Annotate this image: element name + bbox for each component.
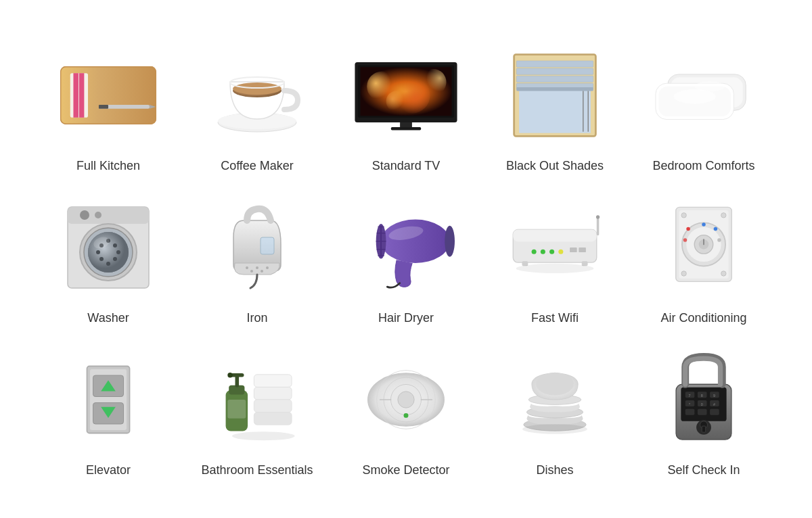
- elevator-icon-container: [54, 346, 162, 454]
- bathroom-essentials-icon: [210, 356, 304, 444]
- svg-point-55: [256, 266, 258, 269]
- svg-rect-148: [702, 426, 705, 432]
- svg-rect-78: [570, 248, 577, 252]
- elevator-icon: [78, 362, 139, 437]
- amenity-dishes: Dishes: [487, 346, 623, 477]
- svg-point-51: [113, 257, 117, 261]
- amenity-air-conditioning: Air Conditioning: [636, 193, 771, 325]
- svg-point-91: [683, 238, 687, 242]
- svg-rect-137: [685, 408, 695, 415]
- svg-point-60: [381, 219, 450, 263]
- svg-point-50: [99, 257, 104, 261]
- svg-point-35: [674, 89, 716, 103]
- amenity-hair-dryer: Hair Dryer: [338, 193, 474, 325]
- svg-point-57: [250, 270, 253, 273]
- coffee-maker-label: Coffee Maker: [221, 159, 294, 173]
- amenity-standard-tv: Standard TV: [338, 41, 474, 173]
- svg-point-40: [95, 212, 102, 218]
- svg-point-75: [541, 249, 545, 254]
- svg-point-77: [558, 249, 563, 254]
- dishes-icon: [514, 359, 595, 440]
- amenity-bedroom-comforts: Bedroom Comforts: [636, 41, 771, 173]
- hair-dryer-label: Hair Dryer: [378, 311, 434, 325]
- amenity-fast-wifi: Fast Wifi: [487, 193, 623, 325]
- full-kitchen-icon-container: [54, 41, 162, 149]
- hair-dryer-icon-container: [352, 193, 460, 302]
- svg-rect-139: [710, 408, 719, 415]
- coffee-maker-icon: [213, 51, 301, 139]
- svg-text:9: 9: [713, 394, 715, 398]
- svg-point-127: [536, 373, 573, 395]
- svg-rect-24: [516, 60, 593, 66]
- svg-rect-38: [68, 207, 149, 224]
- bedroom-comforts-label: Bedroom Comforts: [652, 159, 754, 173]
- svg-point-87: [702, 222, 706, 227]
- svg-point-98: [721, 270, 726, 275]
- svg-point-82: [516, 263, 594, 273]
- svg-rect-3: [73, 73, 78, 118]
- svg-point-56: [266, 266, 269, 269]
- bathroom-essentials-label: Bathroom Essentials: [201, 463, 313, 477]
- svg-rect-26: [516, 76, 593, 82]
- amenity-bathroom-essentials: Bathroom Essentials: [189, 346, 325, 477]
- svg-text:8: 8: [701, 394, 703, 398]
- svg-rect-108: [254, 412, 292, 425]
- svg-rect-114: [227, 400, 246, 419]
- standard-tv-icon-container: [352, 41, 460, 149]
- fast-wifi-icon-container: [501, 193, 609, 302]
- svg-rect-25: [516, 68, 593, 74]
- svg-rect-21: [391, 127, 421, 130]
- svg-point-48: [96, 250, 100, 254]
- svg-point-95: [681, 212, 686, 217]
- black-out-shades-label: Black Out Shades: [506, 159, 604, 173]
- amenity-black-out-shades: Black Out Shades: [487, 41, 623, 173]
- svg-point-115: [232, 431, 295, 440]
- svg-point-54: [246, 266, 248, 269]
- svg-point-113: [227, 373, 232, 377]
- svg-point-44: [88, 232, 129, 273]
- svg-rect-138: [698, 408, 707, 415]
- washer-icon-container: [54, 193, 162, 302]
- svg-point-88: [714, 227, 718, 231]
- smoke-detector-label: Smoke Detector: [362, 463, 449, 477]
- svg-rect-71: [513, 229, 597, 241]
- svg-rect-79: [579, 248, 586, 252]
- bedroom-comforts-icon: [650, 62, 758, 129]
- svg-rect-105: [254, 374, 292, 387]
- black-out-shades-icon: [508, 51, 602, 139]
- washer-label: Washer: [87, 311, 129, 325]
- svg-rect-7: [99, 105, 108, 109]
- svg-text:#: #: [713, 402, 715, 406]
- air-conditioning-icon: [667, 204, 741, 291]
- svg-rect-28: [516, 87, 593, 91]
- amenity-coffee-maker: Coffee Maker: [189, 41, 325, 173]
- svg-point-89: [717, 238, 721, 242]
- bedroom-comforts-icon-container: [650, 41, 758, 149]
- black-out-shades-icon-container: [501, 41, 609, 149]
- svg-point-121: [404, 413, 409, 417]
- full-kitchen-label: Full Kitchen: [76, 159, 140, 173]
- bathroom-essentials-icon-container: [203, 346, 311, 454]
- svg-text:0: 0: [701, 402, 703, 406]
- svg-point-73: [596, 215, 600, 218]
- amenity-self-check-in: 7 8 9 * 0 # Self Check In: [636, 346, 771, 477]
- air-conditioning-label: Air Conditioning: [660, 311, 746, 325]
- svg-rect-4: [79, 73, 85, 118]
- svg-point-90: [686, 227, 690, 231]
- standard-tv-icon: [352, 58, 460, 133]
- svg-point-58: [261, 270, 263, 273]
- amenity-elevator: Elevator: [41, 346, 176, 477]
- svg-point-46: [113, 243, 117, 248]
- air-conditioning-icon-container: [650, 193, 758, 302]
- self-check-in-icon: 7 8 9 * 0 #: [670, 352, 738, 447]
- svg-point-61: [445, 225, 455, 256]
- svg-rect-72: [597, 217, 600, 235]
- svg-point-19: [386, 90, 408, 112]
- svg-rect-23: [519, 89, 591, 133]
- svg-point-49: [116, 250, 120, 254]
- svg-point-128: [522, 424, 587, 434]
- coffee-maker-icon-container: [203, 41, 311, 149]
- svg-point-39: [80, 210, 89, 220]
- svg-point-52: [106, 262, 110, 266]
- svg-text:7: 7: [689, 394, 691, 398]
